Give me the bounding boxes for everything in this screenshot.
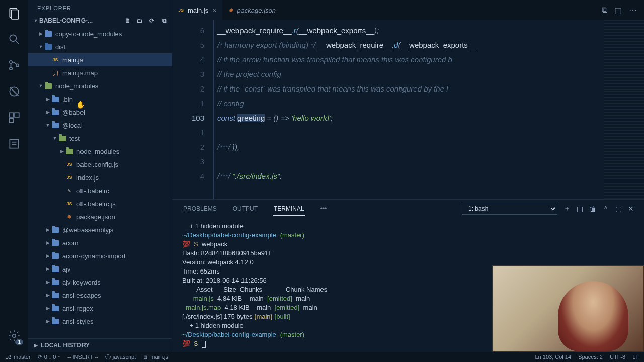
tree-item--webassemblyjs[interactable]: ▶@webassemblyjs [28, 223, 172, 236]
tree-item-copy-to-node-modules[interactable]: ▶copy-to-node_modules [28, 27, 172, 40]
new-folder-icon[interactable]: 🗀 [135, 16, 144, 25]
json-icon: ⬢ [229, 8, 233, 13]
folder-icon [51, 96, 59, 103]
sidebar-project-header[interactable]: ▼ BABEL-CONFIG-... 🗎 🗀 ⟳ ⧉ [28, 14, 172, 27]
explorer-icon[interactable] [7, 6, 21, 20]
sidebar-section-local-history[interactable]: ▶LOCAL HISTORY [28, 338, 172, 352]
folder-icon [51, 226, 59, 233]
maximize-panel-icon[interactable]: ▢ [615, 205, 622, 213]
settings-badge: 1 [15, 339, 23, 345]
tree-item-test[interactable]: ▼test [28, 132, 172, 145]
more-icon[interactable]: ⋯ [629, 6, 637, 15]
tree-item-main-js[interactable]: JSmain.js [28, 53, 172, 66]
sidebar-title: EXPLORER [28, 0, 172, 14]
debug-icon[interactable] [7, 84, 21, 99]
tree-item-ansi-escapes[interactable]: ▶ansi-escapes [28, 289, 172, 302]
close-icon[interactable]: × [212, 6, 216, 14]
tree-item--bin[interactable]: ▶.bin [28, 93, 172, 106]
js-icon: JS [51, 56, 59, 63]
svg-point-6 [16, 64, 19, 66]
folder-icon [44, 30, 52, 37]
status-encoding[interactable]: UTF-8 [610, 354, 625, 360]
tree-item-node-modules[interactable]: ▶node_modules [28, 145, 172, 158]
tree-item-dist[interactable]: ▼dist [28, 40, 172, 53]
svg-line-3 [16, 41, 19, 44]
tree-item-ajv[interactable]: ▶ajv [28, 262, 172, 276]
tab-problems[interactable]: PROBLEMS [182, 202, 218, 215]
tree-item-off-babelrc[interactable]: ✎off-.babelrc [28, 184, 172, 197]
tree-item-acorn-dynamic-import[interactable]: ▶acorn-dynamic-import [28, 249, 172, 262]
status-lang[interactable]: ⓘ javascript [105, 353, 136, 361]
tab-package-json[interactable]: ⬢package.json [223, 0, 282, 20]
svg-rect-12 [10, 139, 18, 148]
svg-rect-11 [9, 118, 14, 123]
status-position[interactable]: Ln 103, Col 14 [535, 354, 572, 360]
tree-item-babel-config-js[interactable]: JSbabel.config.js [28, 158, 172, 171]
tab-more-icon[interactable]: ••• [319, 202, 328, 215]
tab-main-js[interactable]: JSmain.js× [172, 0, 223, 20]
settings-icon[interactable]: 1 [7, 329, 21, 343]
compare-icon[interactable]: ⧉ [602, 6, 607, 15]
outline-icon[interactable] [7, 137, 21, 151]
status-file[interactable]: 🗎 main.js [143, 354, 168, 360]
folder-green-icon [58, 135, 66, 142]
js-icon: JS [178, 8, 184, 13]
folder-green-icon [44, 82, 52, 89]
tree-item--local[interactable]: ▼@local [28, 119, 172, 132]
tree-item-acorn[interactable]: ▶acorn [28, 236, 172, 249]
status-branch[interactable]: ⎇ master [5, 354, 31, 360]
folder-icon [51, 305, 59, 312]
folder-open-icon [44, 43, 52, 50]
folder-icon [51, 265, 59, 273]
folder-icon [51, 239, 59, 246]
svg-point-5 [10, 67, 12, 70]
new-terminal-icon[interactable]: ＋ [564, 204, 571, 213]
split-terminal-icon[interactable]: ◫ [577, 205, 583, 213]
tree-item--babel[interactable]: ▶@babel [28, 106, 172, 119]
refresh-icon[interactable]: ⟳ [147, 16, 156, 25]
svg-rect-10 [15, 113, 19, 117]
tree-item-index-js[interactable]: JSindex.js [28, 171, 172, 184]
kill-terminal-icon[interactable]: 🗑 [589, 205, 596, 213]
status-mode: -- INSERT -- [67, 354, 98, 360]
tree-item-main-js-map[interactable]: {..}main.js.map [28, 66, 172, 79]
tab-terminal[interactable]: TERMINAL [273, 202, 305, 216]
tree-item-off-babelrc-js[interactable]: JSoff-.babelrc.js [28, 197, 172, 210]
minimap[interactable] [604, 20, 644, 199]
tree-item-package-json[interactable]: ⬢package.json [28, 210, 172, 223]
svg-point-4 [10, 61, 12, 63]
activity-bar: 1 [0, 0, 28, 352]
editor[interactable]: 6543211031234 __webpack_require__.r(__we… [172, 20, 644, 199]
svg-rect-9 [9, 113, 14, 117]
folder-icon [51, 122, 59, 129]
status-sync[interactable]: ⟳ 0 ↓ 0 ↑ [38, 354, 60, 360]
chevron-up-icon[interactable]: ＾ [602, 204, 609, 213]
status-eol[interactable]: LF [632, 354, 639, 360]
line-gutter: 6543211031234 [172, 20, 213, 199]
folder-icon [51, 279, 59, 286]
close-panel-icon[interactable]: ✕ [628, 205, 634, 213]
sidebar: EXPLORER ▼ BABEL-CONFIG-... 🗎 🗀 ⟳ ⧉ ▶cop… [28, 0, 172, 352]
search-icon[interactable] [7, 32, 21, 46]
tree-item-ansi-regex[interactable]: ▶ansi-regex [28, 302, 172, 315]
map-icon: {..} [51, 69, 59, 76]
status-bar: ⎇ master ⟳ 0 ↓ 0 ↑ -- INSERT -- ⓘ javasc… [0, 352, 644, 362]
file-tree: ▶copy-to-node_modules▼distJSmain.js{..}m… [28, 27, 172, 338]
new-file-icon[interactable]: 🗎 [123, 16, 132, 25]
folder-icon [51, 252, 59, 259]
split-icon[interactable]: ◫ [614, 6, 622, 15]
collapse-icon[interactable]: ⧉ [159, 16, 169, 25]
terminal-select[interactable]: 1: bash [462, 203, 557, 215]
extensions-icon[interactable] [7, 111, 21, 125]
tree-item-node-modules[interactable]: ▼node_modules [28, 79, 172, 93]
js-icon: JS [65, 200, 73, 207]
status-spaces[interactable]: Spaces: 2 [578, 354, 603, 360]
js-icon: JS [65, 174, 73, 181]
webcam-overlay [492, 265, 644, 352]
tab-output[interactable]: OUTPUT [232, 202, 259, 215]
tree-item-ansi-styles[interactable]: ▶ansi-styles [28, 315, 172, 328]
cfg-icon: ✎ [65, 187, 73, 194]
source-control-icon[interactable] [7, 58, 21, 72]
tree-item-ajv-keywords[interactable]: ▶ajv-keywords [28, 276, 172, 289]
code-area[interactable]: __webpack_require__.r(__webpack_exports_… [213, 20, 604, 199]
